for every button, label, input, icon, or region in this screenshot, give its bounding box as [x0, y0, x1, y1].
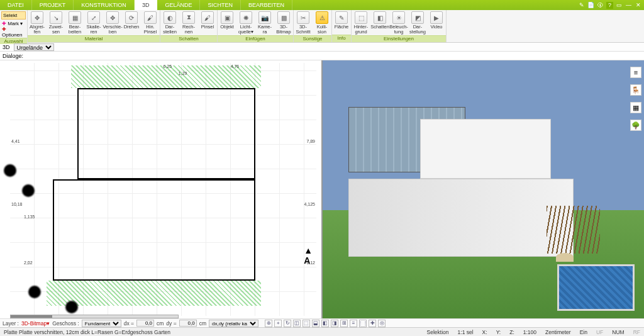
- darstellung-label: Dar-stellung: [409, 25, 426, 35]
- ribbon-verschieben[interactable]: ✥Verschie-ben: [103, 10, 122, 35]
- bottom-tool-4[interactable]: ⬚: [303, 320, 310, 327]
- help-icon[interactable]: ?: [606, 2, 613, 9]
- menu-projekt[interactable]: PROJEKT: [32, 0, 74, 10]
- darstellung-icon: ◩: [411, 11, 424, 24]
- dim-label: 4,76: [231, 64, 240, 69]
- bottom-tool-1[interactable]: ⌖: [274, 320, 282, 327]
- 3d-view[interactable]: ≡ 🪑 ▦ 🌳: [323, 60, 644, 318]
- optionen-button[interactable]: Optionen: [0, 26, 27, 38]
- ribbon-darstellung[interactable]: ◩Dar-stellung: [408, 10, 427, 35]
- ribbon-schatten[interactable]: ◧Schatten: [370, 10, 389, 35]
- selekt-button[interactable]: Selekt: [1, 11, 26, 20]
- ribbon-auswahl: Selekt Mark ▾ Optionen Auswahl: [0, 10, 28, 42]
- dim-label: 4,41: [11, 139, 20, 143]
- menu-bearbeiten[interactable]: BEARBEITEN: [241, 0, 292, 10]
- group-label: Sonstige: [294, 35, 331, 42]
- ribbon-skalieren[interactable]: ⤢Skalie-ren: [84, 10, 103, 35]
- ribbon-3d-schnitt[interactable]: ✂3D-Schnitt: [294, 10, 313, 35]
- tree-icon: [4, 164, 16, 177]
- coord-mode-select[interactable]: dx,dy (relativ ka: [209, 320, 258, 327]
- sub-toolbar: 3D Urgelände: [0, 43, 644, 52]
- layer-value[interactable]: 3D-Bitmap▾: [21, 320, 50, 327]
- bottom-tool-7[interactable]: ◨: [331, 320, 338, 327]
- ribbon-abgreifen[interactable]: ✥Abgrei-fen: [28, 10, 47, 35]
- plan-room-upper: [77, 88, 255, 179]
- minimize-icon[interactable]: —: [625, 2, 632, 9]
- dx-input[interactable]: [136, 320, 154, 327]
- menu-bar: DATEI PROJEKT KONSTRUKTION 3D GELÄNDE SI…: [0, 0, 644, 10]
- menu-konstruktion[interactable]: KONSTRUKTION: [74, 0, 135, 10]
- dim-label: 4,125: [304, 202, 315, 206]
- ribbon-zuweisen[interactable]: ↘Zuwei-sen: [47, 10, 65, 35]
- mode-3d[interactable]: 3D: [3, 44, 10, 50]
- ribbon-drehen[interactable]: ⟳Drehen: [122, 10, 141, 35]
- kollision-icon: ⚠: [316, 11, 328, 24]
- ribbon-kamera[interactable]: 📷Kame-ra: [255, 10, 274, 35]
- group-label: Einstellungen: [352, 35, 446, 42]
- bottom-tool-0[interactable]: ⊕: [265, 320, 272, 327]
- ribbon-hin-pinsel[interactable]: 🖌Hin.Pinsel: [141, 10, 160, 35]
- close-icon[interactable]: ✕: [635, 2, 641, 9]
- layer-dropdown[interactable]: Urgelände: [14, 43, 54, 51]
- dim-label: 6,25: [164, 64, 172, 69]
- hintergrund-icon: ⬚: [355, 11, 367, 24]
- ribbon-flaeche[interactable]: ✎Fläche: [332, 10, 351, 35]
- layers-icon[interactable]: ≡: [630, 67, 641, 78]
- video-label: Video: [430, 25, 442, 30]
- skalieren-label: Skalie-ren: [87, 25, 101, 35]
- menu-datei[interactable]: DATEI: [0, 0, 32, 10]
- menu-sichten[interactable]: SICHTEN: [200, 0, 241, 10]
- maximize-icon[interactable]: ▭: [616, 2, 623, 9]
- ribbon-dar-stellen[interactable]: ◐Dar-stellen: [160, 10, 179, 35]
- dim-label: 2,02: [24, 260, 33, 265]
- group-label: Einfügen: [218, 35, 293, 42]
- bottom-tool-6[interactable]: ◧: [321, 320, 329, 327]
- pencil-icon[interactable]: ✎: [578, 2, 585, 9]
- objekt-icon: ▣: [221, 11, 233, 24]
- ribbon-pinsel[interactable]: 🖌Pinsel: [198, 10, 217, 35]
- layer-label: Layer :: [3, 320, 19, 327]
- bottom-tool-10[interactable]: ⋮⋮: [359, 320, 367, 327]
- workspace: 6,25 4,76 1,29 4,41 10,18 1,135 2,02 7,8…: [0, 60, 644, 318]
- horizontal-scrollbar[interactable]: [10, 315, 179, 318]
- bottom-tool-2[interactable]: ↻: [284, 320, 291, 327]
- pool: [557, 264, 635, 311]
- ribbon-rech-nen[interactable]: ⧗Rech-nen: [179, 10, 198, 35]
- ribbon-lichtquelle[interactable]: ✺Licht-quelle▾: [236, 10, 255, 35]
- menu-gelaende[interactable]: GELÄNDE: [157, 0, 200, 10]
- geschoss-label: Geschoss :: [52, 320, 79, 327]
- geschoss-select[interactable]: Fundament: [82, 320, 121, 327]
- hintergrund-label: Hinter-grund: [354, 25, 369, 35]
- group-label: Material: [28, 35, 160, 42]
- bottom-tool-5[interactable]: ⬓: [312, 320, 319, 327]
- ribbon-bearbeiten[interactable]: ▦Bear-beiten: [65, 10, 84, 35]
- info-icon[interactable]: 🛈: [597, 2, 604, 9]
- dy-input[interactable]: [179, 320, 197, 327]
- ribbon-hintergrund[interactable]: ⬚Hinter-grund: [352, 10, 370, 35]
- mark-button[interactable]: Mark ▾: [0, 21, 27, 26]
- ribbon-video[interactable]: ▶Video: [427, 10, 446, 35]
- ribbon-group-info: ✎FlächeInfo: [332, 10, 352, 42]
- bottom-tool-11[interactable]: ✚: [369, 320, 376, 327]
- tree-icon: [65, 301, 78, 313]
- view-side-tools: ≡ 🪑 ▦ 🌳: [630, 67, 641, 131]
- status-rf: RF: [633, 329, 640, 335]
- bottom-tool-12[interactable]: ◎: [378, 320, 386, 327]
- plants-icon[interactable]: 🌳: [630, 120, 641, 131]
- ribbon-kollision[interactable]: ⚠Kolli-sion: [313, 10, 331, 35]
- ribbon-beleuchtung[interactable]: ☀Beleuch-tung: [389, 10, 408, 35]
- doc-icon[interactable]: 📄: [587, 2, 594, 9]
- ribbon-group-sonstige: ✂3D-Schnitt⚠Kolli-sionSonstige: [294, 10, 332, 42]
- ribbon-3d-bitmap[interactable]: ▩3D-Bitmap: [274, 10, 293, 35]
- kamera-icon: 📷: [258, 11, 271, 24]
- bottom-tool-9[interactable]: ≡: [350, 320, 357, 327]
- pinsel-icon: 🖌: [201, 11, 214, 24]
- ribbon-objekt[interactable]: ▣Objekt: [218, 10, 236, 35]
- floorplan-view[interactable]: 6,25 4,76 1,29 4,41 10,18 1,135 2,02 7,8…: [0, 60, 323, 318]
- bottom-tool-3[interactable]: ◫: [293, 320, 301, 327]
- furniture-icon[interactable]: 🪑: [630, 84, 641, 96]
- bottom-tool-8[interactable]: ⊞: [340, 320, 348, 327]
- menu-3d[interactable]: 3D: [135, 0, 158, 10]
- materials-icon[interactable]: ▦: [630, 102, 641, 113]
- bearbeiten-icon: ▦: [69, 11, 81, 24]
